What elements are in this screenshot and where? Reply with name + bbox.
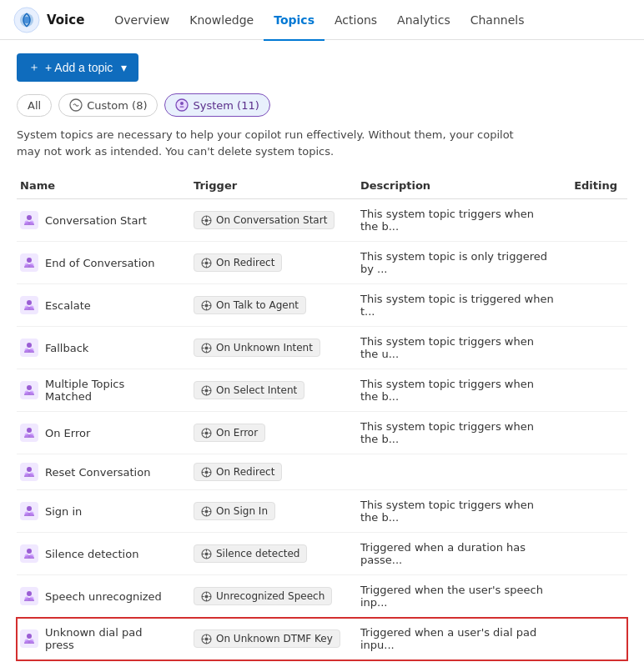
trigger-label: On Unknown DTMF Key [216,633,333,644]
filter-custom[interactable]: Custom (8) [58,93,158,117]
svg-point-10 [30,221,34,225]
topic-description-cell [350,454,564,490]
svg-point-22 [205,261,209,264]
filter-system-label: System (11) [193,99,259,112]
nav-link-knowledge[interactable]: Knowledge [179,1,264,41]
topics-table: Name Trigger Description Editing Convers… [17,173,627,660]
svg-point-32 [205,303,209,307]
top-navigation: Voice OverviewKnowledgeTopicsActionsAnal… [0,0,644,40]
table-row[interactable]: Fallback On Unknown Intent This system t… [17,327,627,369]
nav-link-analytics[interactable]: Analytics [387,1,460,41]
topic-name: Reset Conversation [45,466,150,479]
table-row[interactable]: Conversation Start On Conversation Start… [17,199,627,242]
topic-editing-cell [564,412,627,454]
table-row[interactable]: Sign in On Sign In This system topic tri… [17,490,627,533]
table-row[interactable]: Reset Conversation On Redirect [17,454,627,490]
table-row[interactable]: Silence detection Silence detected Trigg… [17,533,627,575]
svg-point-80 [30,512,34,516]
svg-point-108 [27,634,32,639]
topic-icon [20,424,38,442]
svg-point-42 [205,346,209,349]
svg-point-68 [27,467,32,472]
svg-point-72 [205,470,209,474]
svg-point-38 [27,343,32,348]
svg-point-30 [30,306,34,310]
add-topic-button[interactable]: ＋ + Add a topic ▾ [17,53,138,82]
svg-point-39 [25,349,29,353]
topic-name-cell: On Error [17,412,184,454]
topic-description-cell: Triggered when a duration has passe... [350,533,564,575]
topic-editing-cell [564,284,627,327]
svg-point-110 [30,639,34,644]
svg-point-88 [27,549,32,554]
main-content: ＋ + Add a topic ▾ All Custom (8) System … [0,40,644,667]
svg-point-5 [180,102,184,105]
trigger-label: On Sign In [216,505,268,517]
svg-point-100 [30,597,34,601]
table-row[interactable]: End of Conversation On Redirect This sys… [17,242,627,284]
svg-point-49 [25,391,29,395]
col-header-name: Name [17,173,184,199]
filter-system[interactable]: System (11) [164,93,269,117]
topic-name-cell: End of Conversation [17,242,184,284]
nav-link-topics[interactable]: Topics [264,1,325,41]
topic-editing-cell [564,454,627,490]
svg-point-59 [25,434,29,438]
svg-point-90 [30,554,34,559]
topic-icon [20,502,38,520]
trigger-icon [201,428,212,439]
topic-icon [20,339,38,357]
trigger-icon [201,385,212,396]
nav-link-channels[interactable]: Channels [460,1,535,41]
topic-trigger-cell: On Talk to Agent [184,284,350,327]
topic-trigger-cell: On Redirect [184,454,350,490]
topic-name-cell: Fallback [17,327,184,369]
col-header-editing: Editing [564,173,627,199]
table-row[interactable]: Escalate On Talk to Agent This system to… [17,284,627,327]
svg-point-40 [30,349,34,353]
svg-point-70 [30,473,34,477]
topic-name: Speech unrecognized [45,590,162,603]
topic-editing-cell [564,199,627,242]
nav-link-actions[interactable]: Actions [325,1,387,41]
topic-trigger-cell: Silence detected [184,533,350,575]
table-header: Name Trigger Description Editing [17,173,627,199]
topic-description-cell: Triggered when the user's speech inp... [350,575,564,618]
svg-rect-6 [180,107,184,108]
svg-point-48 [27,385,32,390]
svg-point-28 [27,300,32,305]
svg-point-58 [27,428,32,433]
table-row[interactable]: Speech unrecognized Unrecognized Speech … [17,575,627,618]
topic-name: On Error [45,427,90,439]
svg-point-102 [205,594,209,598]
topic-trigger-cell: On Conversation Start [184,199,350,242]
svg-point-9 [25,221,29,225]
topic-editing-cell [564,490,627,533]
topic-editing-cell [564,327,627,369]
svg-point-19 [25,263,29,268]
table-row[interactable]: Unknown dial pad press On Unknown DTMF K… [17,618,627,660]
nav-link-overview[interactable]: Overview [104,1,179,41]
svg-point-50 [30,391,34,395]
nav-links: OverviewKnowledgeTopicsActionsAnalyticsC… [104,0,631,40]
add-topic-label: + Add a topic [45,61,113,74]
trigger-label: Unrecognized Speech [216,590,325,602]
topic-name-cell: Escalate [17,284,184,327]
topic-name: End of Conversation [45,257,154,269]
table-row[interactable]: Multiple Topics Matched On Select Intent… [17,369,627,412]
table-row[interactable]: On Error On Error This system topic trig… [17,412,627,454]
topic-icon [20,544,38,563]
topic-description-cell: This system topic triggers when the u... [350,327,564,369]
trigger-label: Silence detected [216,548,299,559]
trigger-icon [201,258,212,268]
trigger-label: On Error [216,427,258,439]
svg-point-89 [25,554,29,559]
topic-trigger-cell: Unrecognized Speech [184,575,350,618]
trigger-icon [201,591,212,602]
svg-point-62 [205,431,209,434]
trigger-icon [201,215,212,226]
filter-all[interactable]: All [17,94,52,117]
topic-name: Multiple Topics Matched [45,378,174,403]
trigger-label: On Select Intent [216,384,297,396]
custom-filter-icon [69,98,83,112]
